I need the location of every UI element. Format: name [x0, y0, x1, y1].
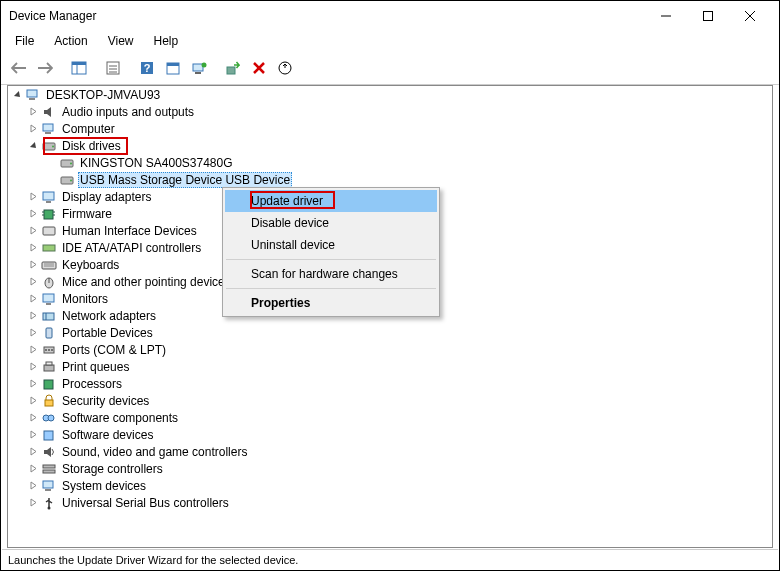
forward-button[interactable] [33, 56, 57, 80]
tree-row[interactable]: DESKTOP-JMVAU93 [8, 86, 772, 103]
tree-row[interactable]: Sound, video and game controllers [8, 443, 772, 460]
expand-arrow-icon[interactable] [44, 171, 58, 188]
sound-icon [40, 444, 58, 460]
minimize-button[interactable] [645, 2, 687, 30]
enable-device-button[interactable] [221, 56, 245, 80]
expand-arrow-icon[interactable] [26, 443, 40, 460]
expand-arrow-icon[interactable] [26, 460, 40, 477]
tree-label[interactable]: Storage controllers [60, 461, 165, 477]
tree-label[interactable]: Universal Serial Bus controllers [60, 495, 231, 511]
monitor-icon [40, 291, 58, 307]
tree-label[interactable]: Portable Devices [60, 325, 155, 341]
audio-icon [40, 104, 58, 120]
context-menu-item[interactable]: Uninstall device [225, 234, 437, 256]
expand-arrow-icon[interactable] [26, 103, 40, 120]
tree-row[interactable]: Ports (COM & LPT) [8, 341, 772, 358]
back-button[interactable] [7, 56, 31, 80]
expand-arrow-icon[interactable] [26, 222, 40, 239]
expand-arrow-icon[interactable] [26, 477, 40, 494]
tree-label[interactable]: Security devices [60, 393, 151, 409]
expand-arrow-icon[interactable] [26, 375, 40, 392]
expand-arrow-icon[interactable] [26, 409, 40, 426]
tree-row[interactable]: Software components [8, 409, 772, 426]
context-menu-item-label: Update driver [251, 194, 323, 208]
tree-label[interactable]: Software devices [60, 427, 155, 443]
show-hide-tree-button[interactable] [67, 56, 91, 80]
tree-label[interactable]: Keyboards [60, 257, 121, 273]
context-menu-item[interactable]: Scan for hardware changes [225, 263, 437, 285]
tree-row[interactable]: Storage controllers [8, 460, 772, 477]
tree-label[interactable]: Audio inputs and outputs [60, 104, 196, 120]
tree-row[interactable]: Universal Serial Bus controllers [8, 494, 772, 511]
tree-row[interactable]: Processors [8, 375, 772, 392]
expand-arrow-icon[interactable] [26, 273, 40, 290]
tree-label[interactable]: USB Mass Storage Device USB Device [78, 172, 292, 188]
tree-label[interactable]: Processors [60, 376, 124, 392]
tree-row[interactable]: Portable Devices [8, 324, 772, 341]
expand-arrow-icon[interactable] [26, 137, 40, 154]
uninstall-device-button[interactable] [247, 56, 271, 80]
tree-label[interactable]: Network adapters [60, 308, 158, 324]
close-button[interactable] [729, 2, 771, 30]
tree-label[interactable]: Mice and other pointing devices [60, 274, 233, 290]
expand-arrow-icon[interactable] [26, 324, 40, 341]
svg-rect-56 [45, 400, 53, 406]
context-menu-item[interactable]: Update driver [225, 190, 437, 212]
toolbar-icon-calendar[interactable] [161, 56, 185, 80]
tree-label[interactable]: Ports (COM & LPT) [60, 342, 168, 358]
tree-label[interactable]: System devices [60, 478, 148, 494]
expand-arrow-icon[interactable] [10, 86, 24, 103]
expand-arrow-icon[interactable] [26, 256, 40, 273]
tree-label[interactable]: Sound, video and game controllers [60, 444, 249, 460]
tree-row[interactable]: USB Mass Storage Device USB Device [8, 171, 772, 188]
tree-row[interactable]: Computer [8, 120, 772, 137]
expand-arrow-icon[interactable] [26, 188, 40, 205]
context-menu-item[interactable]: Properties [225, 292, 437, 314]
context-menu-item-label: Uninstall device [251, 238, 335, 252]
tree-row[interactable]: System devices [8, 477, 772, 494]
mouse-icon [40, 274, 58, 290]
tree-row[interactable]: Audio inputs and outputs [8, 103, 772, 120]
scan-hardware-button[interactable] [273, 56, 297, 80]
expand-arrow-icon[interactable] [26, 307, 40, 324]
svg-rect-59 [44, 431, 53, 440]
menu-help[interactable]: Help [150, 32, 183, 50]
svg-rect-32 [44, 210, 53, 219]
tree-label[interactable]: Print queues [60, 359, 131, 375]
help-button[interactable]: ? [135, 56, 159, 80]
expand-arrow-icon[interactable] [26, 120, 40, 137]
expand-arrow-icon[interactable] [26, 290, 40, 307]
context-menu-item[interactable]: Disable device [225, 212, 437, 234]
tree-row[interactable]: Security devices [8, 392, 772, 409]
context-menu: Update driverDisable deviceUninstall dev… [222, 187, 440, 317]
expand-arrow-icon[interactable] [26, 392, 40, 409]
properties-button[interactable] [101, 56, 125, 80]
maximize-button[interactable] [687, 2, 729, 30]
expand-arrow-icon[interactable] [26, 239, 40, 256]
tree-label[interactable]: Computer [60, 121, 117, 137]
tree-label[interactable]: Disk drives [60, 138, 123, 154]
tree-label[interactable]: DESKTOP-JMVAU93 [44, 87, 162, 103]
expand-arrow-icon[interactable] [26, 358, 40, 375]
menu-action[interactable]: Action [50, 32, 91, 50]
expand-arrow-icon[interactable] [26, 426, 40, 443]
expand-arrow-icon[interactable] [26, 341, 40, 358]
tree-label[interactable]: KINGSTON SA400S37480G [78, 155, 235, 171]
tree-label[interactable]: Display adapters [60, 189, 153, 205]
tree-label[interactable]: Firmware [60, 206, 114, 222]
tree-label[interactable]: IDE ATA/ATAPI controllers [60, 240, 203, 256]
menu-view[interactable]: View [104, 32, 138, 50]
expand-arrow-icon[interactable] [26, 205, 40, 222]
expand-arrow-icon[interactable] [26, 494, 40, 511]
tree-row[interactable]: Print queues [8, 358, 772, 375]
tree-label[interactable]: Human Interface Devices [60, 223, 199, 239]
expand-arrow-icon[interactable] [44, 154, 58, 171]
tree-row[interactable]: Software devices [8, 426, 772, 443]
tree-row[interactable]: KINGSTON SA400S37480G [8, 154, 772, 171]
tree-row[interactable]: Disk drives [8, 137, 772, 154]
disk-icon [58, 172, 76, 188]
update-driver-button[interactable] [187, 56, 211, 80]
tree-label[interactable]: Software components [60, 410, 180, 426]
tree-label[interactable]: Monitors [60, 291, 110, 307]
menu-file[interactable]: File [11, 32, 38, 50]
